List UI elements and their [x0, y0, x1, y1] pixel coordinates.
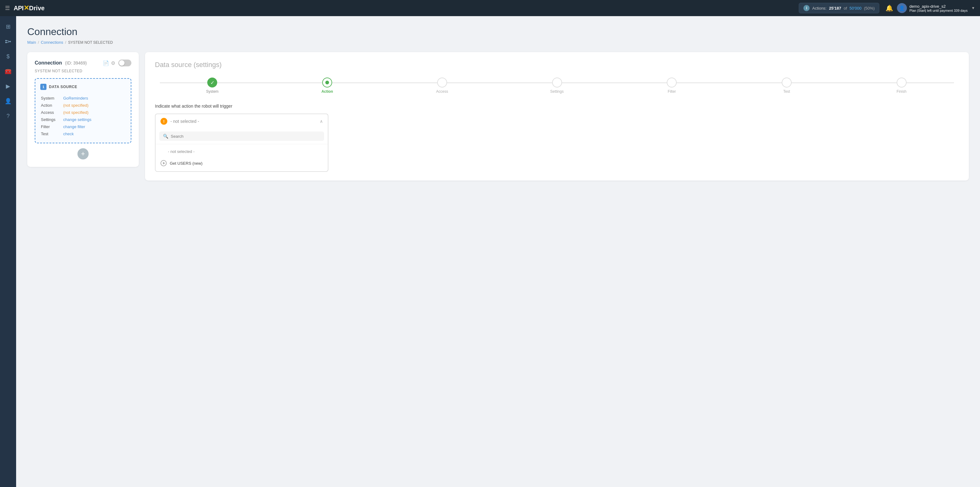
- step-label-finish: Finish: [897, 89, 907, 94]
- sidebar-item-tools[interactable]: 🧰: [1, 64, 15, 78]
- sidebar-item-account[interactable]: 👤: [1, 94, 15, 108]
- step-circle-settings: [552, 78, 562, 88]
- settings-icon[interactable]: ⚙: [111, 60, 115, 66]
- step-circle-system: ✓: [207, 78, 217, 88]
- breadcrumb-main[interactable]: Main: [27, 40, 36, 45]
- step-action: Action: [270, 78, 385, 94]
- logo-x: ✕: [24, 4, 29, 12]
- svg-rect-0: [5, 40, 7, 41]
- card-icons: 📄 ⚙: [103, 60, 115, 66]
- actions-of: of: [844, 6, 847, 11]
- step-circle-filter: [667, 78, 677, 88]
- left-card: Connection (ID: 39469) 📄 ⚙ SYSTEM NOT SE…: [27, 52, 139, 167]
- info-icon: i: [803, 5, 810, 11]
- filter-value[interactable]: change filter: [63, 125, 85, 129]
- option-get-users[interactable]: Get USERS (new): [156, 157, 328, 169]
- row-label: System: [41, 95, 63, 101]
- row-label: Access: [41, 109, 63, 116]
- table-row: System GoReminders: [41, 95, 125, 101]
- breadcrumb: Main / Connections / SYSTEM NOT SELECTED: [27, 40, 969, 45]
- option-not-selected[interactable]: - not selected -: [156, 146, 328, 157]
- step-system: ✓ System: [155, 78, 270, 94]
- toggle-knob: [119, 60, 124, 66]
- card-title: Connection: [35, 60, 62, 66]
- right-card-title: Data source (settings): [155, 61, 959, 69]
- dropdown-left: ! - not selected -: [161, 118, 199, 125]
- actions-label: Actions:: [812, 6, 826, 11]
- test-value[interactable]: check: [63, 131, 74, 136]
- system-value[interactable]: GoReminders: [63, 96, 88, 101]
- system-not-selected: SYSTEM NOT SELECTED: [35, 69, 131, 73]
- search-input[interactable]: [171, 134, 320, 139]
- page-title: Connection: [27, 26, 969, 38]
- row-label: Filter: [41, 123, 63, 130]
- add-button[interactable]: +: [78, 148, 89, 160]
- step-circle-access: [437, 78, 447, 88]
- step-settings: Settings: [500, 78, 614, 94]
- chevron-down-icon: ▼: [971, 6, 975, 10]
- actions-pct: (50%): [864, 6, 875, 11]
- option-not-selected-label: - not selected -: [168, 149, 194, 154]
- breadcrumb-current: SYSTEM NOT SELECTED: [68, 40, 113, 45]
- logo-api: API: [14, 5, 24, 12]
- step-finish: Finish: [844, 78, 959, 94]
- step-circle-action: [322, 78, 332, 88]
- logo-drive: Drive: [29, 5, 45, 12]
- table-row: Action (not specified): [41, 102, 125, 109]
- settings-value[interactable]: change settings: [63, 117, 91, 122]
- user-section[interactable]: 👤 demo_apix-drive_s2 Plan |Start| left u…: [897, 3, 975, 13]
- username: demo_apix-drive_s2: [909, 4, 967, 9]
- table-row: Test check: [41, 131, 125, 137]
- data-source-box: 1 DATA SOURCE System GoReminders Action …: [35, 78, 131, 143]
- access-value[interactable]: (not specified): [63, 110, 89, 115]
- step-circle-finish: [897, 78, 907, 88]
- option-get-users-label: Get USERS (new): [170, 161, 202, 166]
- toggle-switch[interactable]: [118, 59, 131, 66]
- bell-icon[interactable]: 🔔: [886, 4, 893, 12]
- svg-rect-2: [9, 41, 11, 42]
- chevron-up-icon: ∧: [320, 119, 323, 124]
- copy-icon[interactable]: 📄: [103, 60, 109, 66]
- row-label: Settings: [41, 116, 63, 123]
- actions-count: 25'187: [829, 6, 841, 11]
- dropdown-trigger[interactable]: ! - not selected - ∧: [155, 113, 328, 128]
- right-card: Data source (settings) ✓ System Action A…: [145, 52, 969, 180]
- step-label-settings: Settings: [550, 89, 563, 94]
- dropdown-panel: 🔍 - not selected - Get USERS (new): [155, 128, 328, 172]
- sidebar-item-billing[interactable]: $: [1, 49, 15, 63]
- step-test: Test: [729, 78, 844, 94]
- cards-row: Connection (ID: 39469) 📄 ⚙ SYSTEM NOT SE…: [27, 52, 969, 180]
- search-icon: 🔍: [163, 134, 168, 139]
- sidebar: ⊞ $ 🧰 ▶ 👤 ?: [0, 16, 16, 487]
- warn-icon: !: [161, 118, 167, 125]
- breadcrumb-sep1: /: [38, 40, 39, 45]
- search-inner: 🔍: [159, 131, 324, 141]
- dropdown-options: - not selected - Get USERS (new): [156, 144, 328, 171]
- dropdown-value: - not selected -: [170, 119, 199, 124]
- step-access: Access: [385, 78, 500, 94]
- user-plan: Plan |Start| left until payment 339 days: [909, 9, 967, 13]
- sidebar-item-play[interactable]: ▶: [1, 80, 15, 93]
- ds-table: System GoReminders Action (not specified…: [40, 94, 126, 138]
- table-row: Access (not specified): [41, 109, 125, 116]
- right-card-subtitle: (settings): [194, 61, 221, 69]
- step-label-access: Access: [436, 89, 448, 94]
- step-label-filter: Filter: [668, 89, 676, 94]
- sidebar-item-connections[interactable]: [1, 35, 15, 48]
- row-label: Action: [41, 102, 63, 109]
- avatar: 👤: [897, 3, 907, 13]
- topnav: ☰ API✕Drive i Actions: 25'187 of 50'000 …: [0, 0, 980, 16]
- stepper: ✓ System Action Access Settings: [155, 78, 959, 94]
- content: Connection Main / Connections / SYSTEM N…: [16, 16, 980, 487]
- card-id: (ID: 39469): [65, 61, 87, 65]
- sidebar-item-help[interactable]: ?: [1, 109, 15, 123]
- search-wrap: 🔍: [156, 128, 328, 144]
- menu-icon[interactable]: ☰: [5, 5, 10, 11]
- breadcrumb-connections[interactable]: Connections: [41, 40, 63, 45]
- main-layout: ⊞ $ 🧰 ▶ 👤 ? Connection Main / Connection…: [0, 16, 980, 487]
- actions-badge[interactable]: i Actions: 25'187 of 50'000 (50%): [799, 3, 879, 13]
- action-value[interactable]: (not specified): [63, 103, 89, 108]
- sidebar-item-dashboard[interactable]: ⊞: [1, 20, 15, 34]
- step-circle-test: [782, 78, 792, 88]
- add-btn-wrap: +: [35, 148, 131, 160]
